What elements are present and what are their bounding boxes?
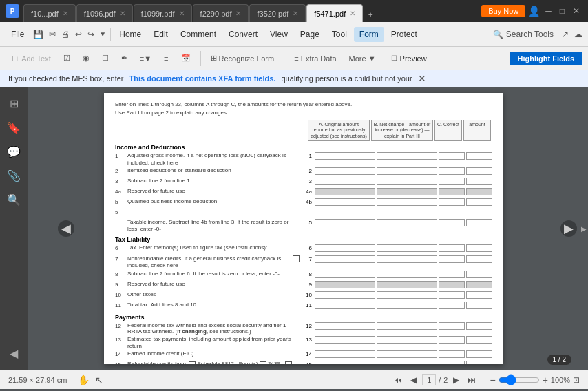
row11-col-c[interactable] [439,302,465,309]
tab-f1096pdf[interactable]: f1096.pdf ✕ [76,4,133,22]
cursor-tool-icon[interactable]: ↖ [95,374,103,385]
row2-col-c[interactable] [439,167,465,175]
signature-button[interactable]: ✒ [116,51,132,65]
row5-col-b[interactable] [377,219,437,226]
row1-amount[interactable] [466,152,492,160]
sidebar-collapse-button[interactable]: ◀ [6,343,22,364]
highlight-fields-button[interactable]: Highlight Fields [510,52,583,65]
row9-col-b[interactable] [377,281,437,288]
close-tab-icon[interactable]: ✕ [63,10,68,17]
add-tab-button[interactable]: + [364,8,377,22]
cloud-icon[interactable]: ☁ [574,30,582,39]
row3-col-a[interactable] [315,178,375,185]
row1-col-c[interactable] [439,152,465,160]
fit-page-button[interactable]: ⊡ [573,375,580,385]
tab-f5471pdf[interactable]: f5471.pdf ✕ [306,4,363,22]
pdf-nav-left-button[interactable]: ◀ [58,220,74,237]
menu-page[interactable]: Page [295,27,325,42]
row4a-col-b[interactable] [377,188,437,196]
row15-amount[interactable] [466,361,492,364]
menu-view[interactable]: View [264,27,293,42]
row4a-col-a[interactable] [315,188,375,196]
row7-col-c[interactable] [439,255,465,263]
dropdown-icon[interactable]: ▼ [98,29,107,39]
row10-col-b[interactable] [377,291,437,299]
radio-button[interactable]: ◉ [78,51,94,65]
checkbox-button[interactable]: ☐ [97,51,114,65]
row12-col-a[interactable] [315,322,375,330]
redo-icon[interactable]: ↪ [85,28,96,41]
nav-next-button[interactable]: ▶ [450,374,462,386]
print-icon[interactable]: 🖨 [59,28,72,41]
current-page-input[interactable]: 1 [422,374,436,385]
pdf-nav-right-button[interactable]: ▶ [560,220,577,237]
menu-convert[interactable]: Convert [223,27,263,42]
row3-amount[interactable] [466,178,492,185]
row8-col-a[interactable] [315,271,375,278]
row12-col-c[interactable] [439,322,465,330]
email-icon[interactable]: ✉ [47,28,58,41]
row15-col-a[interactable] [315,361,375,364]
zoom-in-button[interactable]: + [543,374,548,385]
row15-col-b[interactable] [377,361,437,364]
maximize-button[interactable]: □ [557,5,567,17]
row2-col-a[interactable] [315,167,375,175]
row8-col-b[interactable] [377,271,437,278]
row2-amount[interactable] [466,167,492,175]
row4a-col-c[interactable] [439,188,465,196]
close-tab-icon[interactable]: ✕ [350,10,355,17]
minimize-button[interactable]: ─ [543,5,554,17]
close-tab-icon[interactable]: ✕ [179,10,185,17]
row3-col-b[interactable] [377,178,437,185]
row14-amount[interactable] [466,350,492,358]
row4a-amount[interactable] [466,188,492,196]
preview-checkbox[interactable]: ☐ [391,54,397,62]
nav-first-button[interactable]: ⏮ [391,374,405,386]
row6-amount[interactable] [466,244,492,252]
row7-checkbox[interactable] [293,255,300,262]
row1-col-a[interactable] [315,152,375,160]
hand-tool-icon[interactable]: ✋ [78,374,90,385]
row7-col-b[interactable] [377,255,437,263]
menu-protect[interactable]: Protect [386,27,423,42]
row9-col-c[interactable] [439,281,465,288]
buy-now-button[interactable]: Buy Now [481,5,525,17]
row13-amount[interactable] [466,336,492,344]
row12-col-b[interactable] [377,322,437,330]
tab-f10pdf[interactable]: f10...pdf ✕ [23,4,76,22]
row13-col-c[interactable] [439,336,465,344]
save-icon[interactable]: 💾 [31,28,45,41]
tab-f3520pdf[interactable]: f3520.pdf ✕ [249,4,306,22]
zoom-slider[interactable] [498,374,540,385]
row7-amount[interactable] [466,255,492,263]
extra-data-button[interactable]: ≡ Extra Data [289,52,341,65]
menu-form[interactable]: Form [354,27,384,42]
row4b-col-b[interactable] [377,198,437,206]
row7-col-a[interactable] [315,255,375,263]
close-tab-icon[interactable]: ✕ [235,10,241,17]
dropdown-button[interactable]: ≡▼ [135,52,156,65]
sidebar-attachment-icon[interactable]: 📎 [3,165,25,187]
row10-col-c[interactable] [439,291,465,299]
row9-col-a[interactable] [315,281,375,288]
row11-amount[interactable] [466,302,492,309]
close-tab-icon[interactable]: ✕ [293,10,298,17]
row13-col-b[interactable] [377,336,437,344]
menu-edit[interactable]: Edit [148,27,174,42]
nav-prev-button[interactable]: ◀ [408,374,419,386]
row14-col-c[interactable] [439,350,465,358]
row10-col-a[interactable] [315,291,375,299]
row5-col-c[interactable] [439,219,465,226]
row3-col-c[interactable] [439,178,465,185]
menu-tool[interactable]: Tool [326,27,353,42]
row4b-col-a[interactable] [315,198,375,206]
row6-col-c[interactable] [439,244,465,252]
sidebar-comment-icon[interactable]: 💬 [3,141,25,162]
row13-col-a[interactable] [315,336,375,344]
add-text-button[interactable]: T+ Add Text [6,52,56,65]
date-button[interactable]: 📅 [176,51,196,65]
close-tab-icon[interactable]: ✕ [120,10,125,17]
row1-col-b[interactable] [377,152,437,160]
more-button[interactable]: More ▼ [344,52,381,65]
row6-col-a[interactable] [315,244,375,252]
